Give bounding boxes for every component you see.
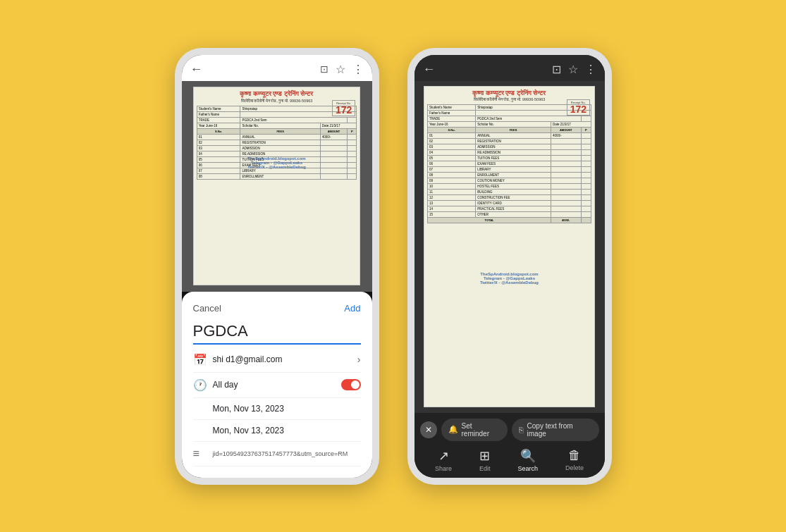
toolbar-top-row: ✕ 🔔 Set reminder ⎘ Copy text from image [415,416,605,445]
clock-icon: 🕐 [193,378,207,392]
dismiss-button[interactable]: ✕ [420,421,437,438]
allday-label: All day [213,380,336,390]
right-receipt-document: कृष्णा कम्प्यूटर एण्ड ट्रेनिंग सेन्टर सि… [424,86,595,408]
link-icon: ≡ [193,447,207,460]
share-label: Share [435,465,452,472]
calendar-account: shi d1@gmail.com [213,354,352,364]
sheet-cancel-button[interactable]: Cancel [193,303,221,314]
share-icon: ↗ [438,448,449,464]
edit-button[interactable]: ⊞ Edit [479,448,491,472]
calendar-icon: 📅 [193,353,207,366]
left-phone: ← ⊡ ☆ ⋮ कृष्णा कम्प्यूटर एण्ड ट्रेनिंग स… [175,48,379,485]
copy-text-label: Copy text from image [527,422,592,438]
cast-icon[interactable]: ⊡ [320,63,328,75]
right-receipt-header: कृष्णा कम्प्यूटर एण्ड ट्रेनिंग सेन्टर [427,89,591,98]
receipt-header: कृष्णा कम्प्यूटर एण्ड ट्रेनिंग सेन्टर [197,90,357,99]
left-browser-bar: ← ⊡ ☆ ⋮ [182,55,372,81]
receipt-number-box: Receipt No. 172 [332,100,355,116]
menu-icon[interactable]: ⋮ [352,63,364,76]
right-phone: ← ⊡ ☆ ⋮ कृष्णा कम्प्यूटर एण्ड ट्रेनिंग स… [407,48,612,485]
account-email: d1@gmail.com [226,354,282,364]
delete-button[interactable]: 🗑 Delete [565,448,584,472]
copy-text-button[interactable]: ⎘ Copy text from image [512,419,599,441]
date-row-1[interactable]: Mon, Nov 13, 2023 [193,398,361,420]
sheet-title: PGDCA [193,322,361,345]
receipt-table: Student's NameShivpratap Father's Name T… [197,106,357,180]
share-button[interactable]: ↗ Share [435,448,452,472]
edit-icon: ⊞ [479,448,490,464]
account-name: shi [213,354,223,364]
right-receipt-number-box: Receipt No. 172 [567,99,590,116]
receipt-area: कृष्णा कम्प्यूटर एण्ड ट्रेनिंग सेन्टर सि… [182,81,372,292]
allday-row[interactable]: 🕐 All day [193,373,361,398]
receipt-document: कृष्णा कम्प्यूटर एण्ड ट्रेनिंग सेन्टर सि… [193,87,361,285]
right-receipt-table: Student's NameShivpratap Father's Name T… [427,104,591,223]
search-label: Search [517,465,538,472]
start-date: Mon, Nov 13, 2023 [213,404,361,414]
right-watermark-line1: TheSpAndroid.blogspot.com [480,272,539,276]
allday-toggle[interactable] [341,379,361,390]
chevron-icon: › [357,354,361,365]
right-cast-icon[interactable]: ⊡ [552,63,561,76]
right-browser-bar: ← ⊡ ☆ ⋮ [415,55,605,81]
right-back-button[interactable]: ← [423,62,436,77]
right-star-icon[interactable]: ☆ [568,63,578,76]
right-watermark-line2: Telegram - @GappsLeaks [480,276,539,280]
link-text: jid=109549237637517457773&utm_source=RM [213,450,348,457]
link-row[interactable]: ≡ jid=109549237637517457773&utm_source=R… [193,442,361,466]
search-icon: 🔍 [520,448,536,464]
sheet-add-button[interactable]: Add [344,303,360,314]
set-reminder-label: Set reminder [462,422,501,438]
star-icon[interactable]: ☆ [336,63,345,76]
end-date: Mon, Nov 13, 2023 [213,426,361,435]
bottom-sheet: Cancel Add PGDCA 📅 shi d1@gmail.com › 🕐 … [182,292,372,478]
toolbar-bottom-row: ↗ Share ⊞ Edit 🔍 Search 🗑 Delete [415,445,605,472]
back-button[interactable]: ← [190,62,203,77]
copy-icon: ⎘ [519,426,524,434]
right-menu-icon[interactable]: ⋮ [585,63,596,76]
edit-label: Edit [479,465,491,472]
right-receipt-area: कृष्णा कम्प्यूटर एण्ड ट्रेनिंग सेन्टर सि… [415,81,605,413]
calendar-row[interactable]: 📅 shi d1@gmail.com › [193,347,361,373]
right-watermark-line3: Twitter/X - @AssembleDebug [480,280,539,285]
reminder-icon: 🔔 [448,425,458,434]
search-button[interactable]: 🔍 Search [517,448,538,472]
receipt-number: 172 [336,105,352,115]
delete-icon: 🗑 [568,448,581,463]
sheet-header: Cancel Add [193,303,361,314]
delete-label: Delete [565,464,584,471]
bottom-toolbar: ✕ 🔔 Set reminder ⎘ Copy text from image … [415,413,605,478]
right-watermark: TheSpAndroid.blogspot.com Telegram - @Ga… [480,272,539,285]
date-row-2[interactable]: Mon, Nov 13, 2023 [193,420,361,442]
right-receipt-number: 172 [570,104,587,114]
set-reminder-button[interactable]: 🔔 Set reminder [441,419,508,441]
